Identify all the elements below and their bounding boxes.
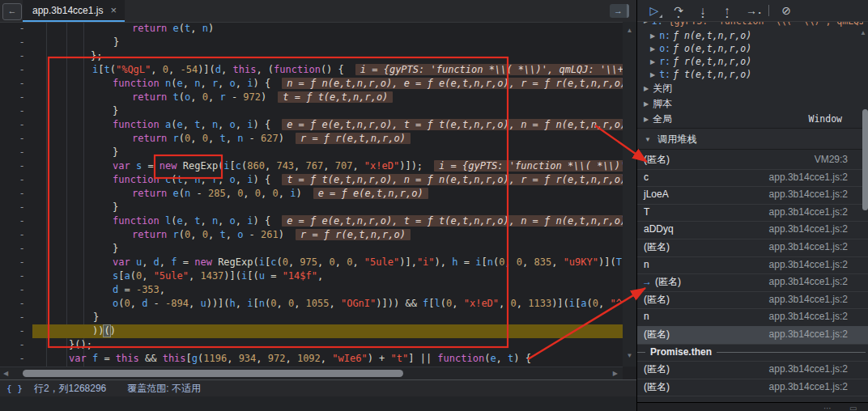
gutter-line-marker[interactable]: - xyxy=(16,311,28,324)
scope-section-2[interactable]: ▶脚本 xyxy=(637,96,863,112)
gutter-line-marker[interactable]: - xyxy=(16,297,28,311)
gutter-line-marker[interactable]: - xyxy=(16,77,28,91)
code-line[interactable]: -function n(e, n, r, o, i) {n = ƒ n(e,t,… xyxy=(0,77,623,91)
call-stack-frame[interactable]: (匿名)app.3b14cce1.js:2 xyxy=(637,361,868,379)
gutter-line-marker[interactable]: - xyxy=(16,146,28,159)
gutter-line-marker[interactable]: - xyxy=(16,256,28,269)
gutter-line-marker[interactable]: - xyxy=(16,338,28,352)
gutter-line-marker[interactable]: - xyxy=(16,269,28,283)
code-line[interactable]: -} xyxy=(0,201,623,214)
call-stack-frame[interactable]: napp.3b14cce1.js:2 xyxy=(637,256,868,275)
code-line[interactable]: -function a(e, t, n, o, i) {e = ƒ e(e,t,… xyxy=(0,118,623,132)
call-stack-header[interactable]: ▼ 调用堆栈 xyxy=(637,128,868,150)
sidebar-scroll-thumb[interactable] xyxy=(862,109,868,210)
frame-location: app.3b14cce1.js:2 xyxy=(769,326,848,344)
call-stack-frame[interactable]: napp.3b14cce1.js:2 xyxy=(637,308,868,327)
gutter-line-marker[interactable]: - xyxy=(16,214,28,228)
call-stack-frame[interactable]: (匿名)app.3b14cce1.js:2 xyxy=(637,379,868,397)
step-out-button-icon[interactable]: ↑• xyxy=(720,3,734,18)
gutter-line-marker[interactable]: - xyxy=(16,352,28,366)
gutter-line-marker[interactable]: - xyxy=(16,132,28,146)
scope-section-label: 全局 xyxy=(653,113,672,125)
scope-section-1[interactable]: ▶关闭 xyxy=(637,81,863,96)
scope-row-clipped[interactable]: ▶i: {gyPTS: 'function *\\( *\\)', qmLQJ:… xyxy=(637,22,863,29)
code-line[interactable]: -o(0, d - -894, u))](h, i[n(0, 0, 1055, … xyxy=(0,297,623,311)
panel-toggle-icon[interactable]: → xyxy=(610,4,629,18)
code-line[interactable]: -return e(n - 285, 0, 0, 0, i)e = ƒ e(e,… xyxy=(0,187,623,201)
gutter-line-marker[interactable]: - xyxy=(16,173,28,187)
scope-variable-row[interactable]: ▶t: ƒ t(e,t,n,r,o) xyxy=(637,68,863,81)
code-line[interactable]: -s[a(0, "5ule", 1437)](i[(u = "14$f", xyxy=(0,269,623,283)
frame-name: (匿名) xyxy=(644,151,670,169)
scroll-right-icon[interactable]: ▶ xyxy=(613,370,618,378)
pretty-print-icon[interactable]: { } xyxy=(6,383,23,394)
scope-variable-row[interactable]: ▶o: ƒ o(e,t,n,r,o) xyxy=(637,42,863,55)
frame-location: app.3b14cce1.js:2 xyxy=(769,186,848,204)
scroll-left-icon[interactable]: ◀ xyxy=(3,370,8,378)
gutter-line-marker[interactable]: - xyxy=(16,201,28,214)
scroll-down-icon[interactable]: ▼ xyxy=(623,352,636,359)
scope-variable-row[interactable]: ▶r: ƒ r(e,t,n,r,o) xyxy=(637,55,863,68)
code-line[interactable]: -}; xyxy=(0,49,623,63)
call-stack-frame[interactable]: (匿名)app.3b14cce1.js:2 xyxy=(637,239,868,257)
editor-vertical-scrollbar[interactable]: ▲ ▼ xyxy=(623,22,636,367)
deactivate-breakpoints-button-icon[interactable]: ⊘ xyxy=(779,3,794,18)
call-stack-frame[interactable]: (匿名)VM29:3 xyxy=(637,151,868,170)
gutter-line-marker[interactable]: - xyxy=(16,228,28,242)
code-editor[interactable]: -return e(t, n)-}-};-i[t("%QgL", 0, -54)… xyxy=(0,22,623,367)
code-line[interactable]: -var u, d, f = new RegExp(i[c(0, 975, 0,… xyxy=(0,256,623,269)
gutter-line-marker[interactable]: - xyxy=(16,118,28,132)
tab-close-icon[interactable]: × xyxy=(110,5,117,15)
gutter-line-marker[interactable]: - xyxy=(16,49,28,63)
gutter-line-marker[interactable]: - xyxy=(16,159,28,173)
code-line[interactable]: -function c(t, n, r, o, i) {t = ƒ t(e,t,… xyxy=(0,173,623,187)
code-line[interactable]: -} xyxy=(0,104,623,118)
call-stack-frame[interactable]: (匿名)app.3b14cce1.js:2 xyxy=(637,326,868,345)
code-line[interactable]: -var s = new RegExp(i[c(860, 743, 767, 7… xyxy=(0,159,623,173)
code-line[interactable]: -} xyxy=(0,242,623,256)
code-line[interactable]: -function l(e, t, n, o, i) {e = ƒ e(e,t,… xyxy=(0,214,623,228)
code-line[interactable]: -var f = this && this[g(1196, 934, 972, … xyxy=(0,352,623,366)
call-stack-frame[interactable]: →(匿名)app.3b14cce1.js:2 xyxy=(637,273,868,292)
call-stack-frame[interactable]: (匿名)app.3b14cce1.js:2 xyxy=(637,291,868,310)
code-line[interactable]: -return r(0, 0, t, o - 261)r = ƒ r(e,t,n… xyxy=(0,228,623,242)
step-button-icon[interactable]: →• xyxy=(744,3,759,18)
gutter-line-marker[interactable]: - xyxy=(16,91,28,104)
gutter-line-marker[interactable]: - xyxy=(16,324,28,338)
inline-eval-hint: t = ƒ t(e,t,n,r,o) xyxy=(278,91,393,103)
tab-app-js[interactable]: app.3b14cce1.js × xyxy=(23,0,125,22)
scope-variable-row[interactable]: ▶n: ƒ n(e,t,n,r,o) xyxy=(637,29,863,42)
call-stack-frame[interactable]: aDDyqapp.3b14cce1.js:2 xyxy=(637,221,868,239)
horizontal-scroll-thumb[interactable] xyxy=(23,370,403,377)
code-line[interactable]: -i[t("%QgL", 0, -54)](d, this, (function… xyxy=(0,63,623,77)
step-over-button-icon[interactable]: ↷• xyxy=(671,3,686,18)
gutter-line-marker[interactable]: - xyxy=(16,187,28,201)
gutter-line-marker[interactable]: - xyxy=(16,242,28,256)
code-line[interactable]: -return t(o, 0, r - 972)t = ƒ t(e,t,n,r,… xyxy=(0,91,623,104)
editor-horizontal-scrollbar[interactable]: ◀ ▶ xyxy=(0,367,623,380)
frame-location: app.3b14cce1.js:2 xyxy=(769,291,848,309)
call-stack-frame[interactable]: capp.3b14cce1.js:2 xyxy=(637,169,868,188)
sidebar-scroll-up-icon[interactable]: ▲ xyxy=(860,29,866,36)
scroll-up-icon[interactable]: ▲ xyxy=(623,27,636,34)
scope-section-3[interactable]: ▶全局Window xyxy=(637,112,863,127)
gutter-line-marker[interactable]: - xyxy=(16,63,28,77)
code-line[interactable]: -} xyxy=(0,311,623,324)
call-stack-frame[interactable]: jLoeAapp.3b14cce1.js:2 xyxy=(637,186,868,205)
gutter-line-marker[interactable]: - xyxy=(16,104,28,118)
code-line[interactable]: -} xyxy=(0,36,623,49)
code-line[interactable]: -}(); xyxy=(0,338,623,352)
code-line[interactable]: -d = -353, xyxy=(0,283,623,297)
code-line[interactable]: -return r(0, 0, t, n - 627)r = ƒ r(e,t,n… xyxy=(0,132,623,146)
step-into-button-icon[interactable]: ↓• xyxy=(696,3,710,18)
call-stack-frame[interactable]: Tapp.3b14cce1.js:2 xyxy=(637,204,868,222)
gutter-line-marker[interactable]: - xyxy=(16,283,28,297)
execution-line[interactable]: -))() xyxy=(0,324,623,338)
code-text: function l(e, t, n, o, i) {e = ƒ e(e,t,n… xyxy=(113,214,623,228)
navigator-toggle-icon[interactable]: ← xyxy=(2,3,22,20)
code-line[interactable]: -} xyxy=(0,146,623,159)
gutter-line-marker[interactable]: - xyxy=(16,36,28,49)
code-line[interactable]: -return e(t, n) xyxy=(0,22,623,36)
gutter-line-marker[interactable]: - xyxy=(16,22,28,36)
resume-button-icon[interactable]: ▷ xyxy=(647,3,662,18)
